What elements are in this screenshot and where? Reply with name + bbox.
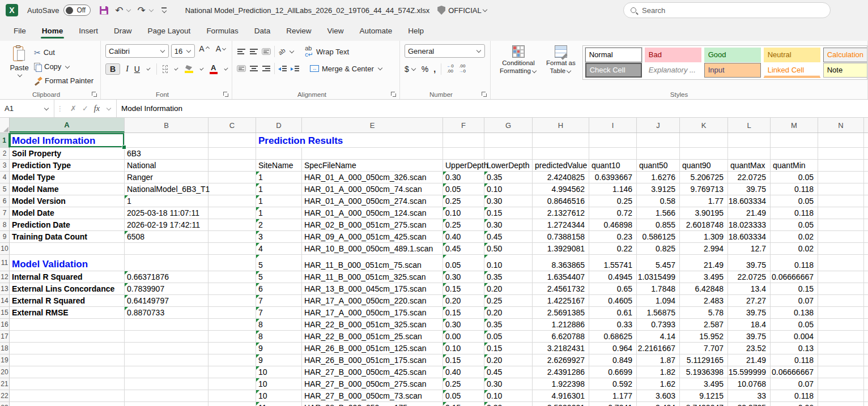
cell-D13[interactable]: 6	[256, 283, 302, 295]
cell-F19[interactable]: 0.15	[443, 354, 484, 366]
cell-G14[interactable]: 0.25	[484, 295, 533, 307]
column-header-K[interactable]: K	[680, 118, 728, 133]
cell-E12[interactable]: HAR_11_B_000_051cm_325.scan	[302, 271, 443, 283]
column-header-L[interactable]: L	[728, 118, 771, 133]
cell-D12[interactable]: 5	[256, 271, 302, 283]
cell-C9[interactable]	[209, 231, 256, 243]
cell-C7[interactable]	[209, 207, 256, 219]
cell-D16[interactable]: 8	[256, 319, 302, 331]
cell-L3[interactable]: quantMax	[728, 160, 771, 172]
cell-B13[interactable]: 0.7839907	[125, 283, 209, 295]
cell-J9[interactable]: 0.586125	[637, 231, 680, 243]
cell-F10[interactable]: 0.45	[443, 243, 484, 255]
cell-D9[interactable]: 3	[256, 231, 302, 243]
column-header-D[interactable]: D	[256, 118, 302, 133]
cell-J21[interactable]: 1.62	[637, 378, 680, 390]
decrease-indent-button[interactable]	[278, 65, 287, 72]
cell-K20[interactable]: 5.1936398	[680, 366, 728, 378]
cell-L20[interactable]: 15.599999	[728, 366, 771, 378]
increase-font-size-button[interactable]: A	[197, 44, 211, 58]
cell-F6[interactable]: 0.25	[443, 195, 484, 207]
cell-D4[interactable]: 1	[256, 172, 302, 183]
cell-E23[interactable]: HAR_28_B_000_050cm_175.scan	[302, 402, 443, 406]
cell-N9[interactable]	[818, 231, 864, 243]
cell-C4[interactable]	[209, 172, 256, 183]
orientation-button[interactable]: ab	[277, 47, 287, 57]
cell-E1[interactable]	[302, 133, 443, 148]
cell-M12[interactable]: 0.06666667	[771, 271, 818, 283]
cell-I23[interactable]: 0.7341	[589, 402, 637, 406]
cell-N7[interactable]	[818, 207, 864, 219]
cell-M14[interactable]: 0.07	[771, 295, 818, 307]
row-header-14[interactable]: 14	[0, 295, 10, 307]
cell-M8[interactable]: 0.05	[771, 219, 818, 231]
font-size-select[interactable]: 16	[171, 44, 195, 58]
cell-C18[interactable]	[209, 343, 256, 354]
sensitivity-label[interactable]: OFFICIAL	[448, 6, 482, 15]
cell-B16[interactable]	[125, 319, 209, 331]
cell-D1[interactable]: Prediction Results	[256, 133, 302, 148]
tab-formulas[interactable]: Formulas	[199, 22, 245, 40]
row-header-7[interactable]: 7	[0, 207, 10, 219]
cell-A5[interactable]: Model Name	[10, 183, 125, 195]
cell-B5[interactable]: NationalModel_6B3_T1	[125, 183, 209, 195]
cell-E5[interactable]: HAR_01_A_000_050cm_74.scan	[302, 183, 443, 195]
cell-F8[interactable]: 0.25	[443, 219, 484, 231]
tab-page-layout[interactable]: Page Layout	[141, 22, 198, 40]
cell-B19[interactable]	[125, 354, 209, 366]
cell-A17[interactable]	[10, 331, 125, 343]
cell-N8[interactable]	[818, 219, 864, 231]
cell-M20[interactable]: 0.06666667	[771, 366, 818, 378]
cell-K3[interactable]: quant90	[680, 160, 728, 172]
cell-K6[interactable]: 1.77	[680, 195, 728, 207]
cell-E11[interactable]: HAR_11_B_000_051cm_75.scan	[302, 255, 443, 271]
cell-M16[interactable]: 0.05	[771, 319, 818, 331]
cell-C12[interactable]	[209, 271, 256, 283]
cell-A11[interactable]: Model Validation	[10, 255, 125, 271]
cell-C22[interactable]	[209, 390, 256, 402]
cell-N18[interactable]	[818, 343, 864, 354]
cell-I12[interactable]: 0.4945	[589, 271, 637, 283]
formula-content[interactable]: Model Information	[117, 100, 868, 117]
font-dialog-launcher-icon[interactable]	[223, 92, 229, 97]
cell-L1[interactable]	[728, 133, 771, 148]
undo-icon[interactable]: ↶	[115, 6, 123, 15]
cell-J10[interactable]: 0.825	[637, 243, 680, 255]
cell-D7[interactable]: 1	[256, 207, 302, 219]
cell-C17[interactable]	[209, 331, 256, 343]
cell-C10[interactable]	[209, 243, 256, 255]
cell-N22[interactable]	[818, 390, 864, 402]
cell-E13[interactable]: HAR_13_B_000_045cm_175.scan	[302, 283, 443, 295]
cell-I11[interactable]: 1.55741	[589, 255, 637, 271]
cell-G13[interactable]: 0.20	[484, 283, 533, 295]
cell-G19[interactable]: 0.20	[484, 354, 533, 366]
cell-K9[interactable]: 1.309	[680, 231, 728, 243]
cell-D14[interactable]: 7	[256, 295, 302, 307]
cell-I9[interactable]: 0.23	[589, 231, 637, 243]
cell-J2[interactable]	[637, 148, 680, 160]
cell-H4[interactable]: 2.4240825	[533, 172, 589, 183]
cell-M4[interactable]: 0.05	[771, 172, 818, 183]
cell-I5[interactable]: 1.146	[589, 183, 637, 195]
cell-F17[interactable]: 0.00	[443, 331, 484, 343]
cell-G2[interactable]	[484, 148, 533, 160]
cell-A1[interactable]: Model Information	[10, 133, 125, 148]
cell-C5[interactable]	[209, 183, 256, 195]
italic-button[interactable]: I	[126, 65, 129, 74]
cell-H21[interactable]: 1.922398	[533, 378, 589, 390]
cell-E19[interactable]: HAR_26_B_000_051cm_175.scan	[302, 354, 443, 366]
cell-J14[interactable]: 1.094	[637, 295, 680, 307]
cell-M5[interactable]: 0.118	[771, 183, 818, 195]
cell-L8[interactable]: 18.023333	[728, 219, 771, 231]
cell-L16[interactable]: 18.4	[728, 319, 771, 331]
cell-M23[interactable]: 0.06	[771, 402, 818, 406]
cell-K23[interactable]: 8.7400047	[680, 402, 728, 406]
cell-M18[interactable]: 0.13	[771, 343, 818, 354]
cell-G12[interactable]: 0.35	[484, 271, 533, 283]
cell-B11[interactable]	[125, 255, 209, 271]
tab-automate[interactable]: Automate	[352, 22, 399, 40]
row-header-2[interactable]: 2	[0, 148, 10, 160]
cell-F13[interactable]: 0.15	[443, 283, 484, 295]
style-check-cell[interactable]: Check Cell	[585, 63, 642, 78]
column-header-M[interactable]: M	[771, 118, 818, 133]
